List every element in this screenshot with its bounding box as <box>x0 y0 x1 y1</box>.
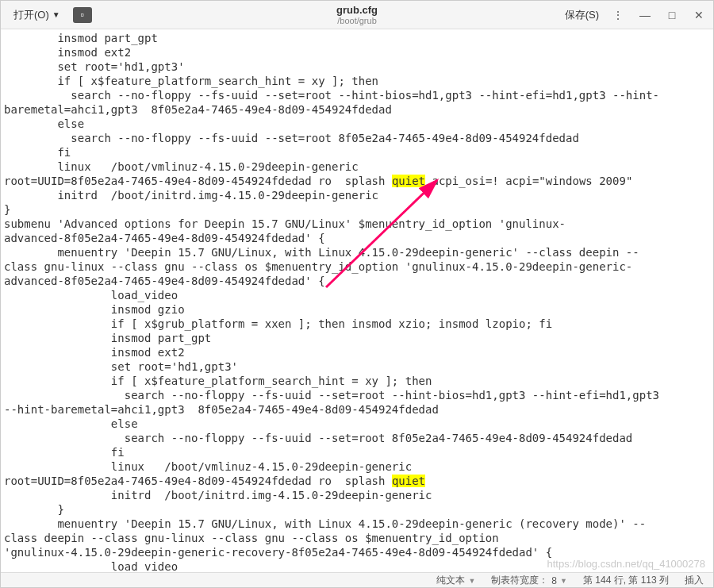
open-label: 打开(O) <box>13 8 49 22</box>
save-button[interactable]: 保存(S) <box>565 8 599 22</box>
tabwidth-selector[interactable]: 制表符宽度： 8 ▼ <box>491 574 567 587</box>
chevron-down-icon: ▼ <box>560 577 567 585</box>
close-icon: ✕ <box>694 9 704 21</box>
annotation-arrow-icon <box>318 168 461 295</box>
tabwidth-label: 制表符宽度： <box>491 574 548 587</box>
close-button[interactable]: ✕ <box>691 7 707 23</box>
maximize-icon: □ <box>669 9 675 21</box>
kebab-icon: ⋮ <box>612 9 624 21</box>
new-document-button[interactable]: ▫ <box>73 7 92 23</box>
tabwidth-value: 8 <box>551 575 557 586</box>
position-label: 第 144 行, 第 113 列 <box>583 574 669 587</box>
cursor-position: 第 144 行, 第 113 列 <box>583 574 669 587</box>
text-editor-area[interactable]: insmod part_gpt insmod ext2 set root='hd… <box>1 29 713 572</box>
titlebar: 打开(O) ▼ ▫ grub.cfg /boot/grub 保存(S) ⋮ — … <box>1 1 713 29</box>
hamburger-menu-button[interactable]: ⋮ <box>610 7 626 23</box>
open-button[interactable]: 打开(O) ▼ <box>7 5 67 25</box>
plus-icon: ▫ <box>80 9 84 21</box>
maximize-button[interactable]: □ <box>664 7 680 23</box>
insert-mode-selector[interactable]: 插入 <box>685 574 704 587</box>
chevron-down-icon: ▼ <box>52 10 60 19</box>
minimize-icon: — <box>639 9 651 21</box>
statusbar: 纯文本 ▼ 制表符宽度： 8 ▼ 第 144 行, 第 113 列 插入 <box>1 572 713 588</box>
filetype-selector[interactable]: 纯文本 ▼ <box>436 574 475 587</box>
filetype-label: 纯文本 <box>436 574 465 587</box>
titlebar-left: 打开(O) ▼ ▫ <box>7 5 92 25</box>
mode-label: 插入 <box>685 574 704 587</box>
chevron-down-icon: ▼ <box>468 577 475 585</box>
svg-line-0 <box>326 180 437 287</box>
minimize-button[interactable]: — <box>637 7 653 23</box>
titlebar-right: 保存(S) ⋮ — □ ✕ <box>565 7 707 23</box>
